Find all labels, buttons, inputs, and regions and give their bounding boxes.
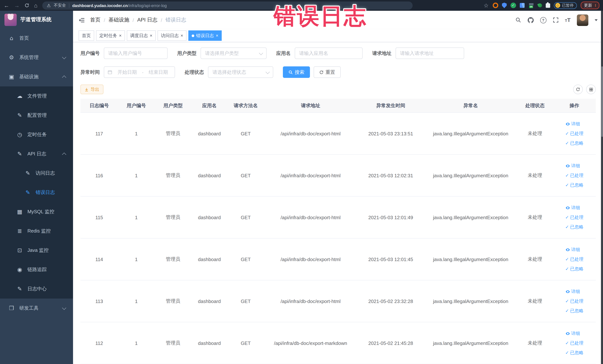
close-icon[interactable]: ×: [216, 33, 218, 38]
close-icon[interactable]: ×: [119, 33, 122, 38]
export-button[interactable]: 导出: [81, 84, 104, 94]
forward-button[interactable]: →: [14, 3, 20, 8]
breadcrumb-item[interactable]: 基础设施: [108, 17, 129, 23]
scrollbar[interactable]: [601, 11, 603, 364]
reload-button[interactable]: [24, 3, 29, 8]
date-range-picker[interactable]: -: [104, 66, 175, 78]
close-icon[interactable]: ×: [181, 33, 183, 38]
sidebar-item-log-center[interactable]: ✎日志中心: [0, 279, 73, 299]
font-size-icon[interactable]: TT: [565, 17, 570, 23]
scrollbar-thumb[interactable]: [601, 66, 603, 137]
start-date-input[interactable]: [114, 69, 140, 75]
action-label: 已处理: [570, 340, 583, 346]
action-已处理[interactable]: ✓已处理: [565, 214, 583, 221]
reset-button[interactable]: 重置: [314, 66, 341, 78]
refresh-button[interactable]: [573, 84, 583, 94]
action-已忽略[interactable]: ✓已忽略: [565, 224, 583, 230]
sidebar-item-system-mgmt[interactable]: ⚙系统管理: [0, 48, 73, 67]
action-已处理[interactable]: ✓已处理: [565, 172, 583, 178]
eye-icon: [565, 163, 570, 168]
annotation-overlay: 错误日志: [274, 1, 367, 32]
fullscreen-icon[interactable]: [553, 17, 558, 23]
action-已处理[interactable]: ✓已处理: [565, 130, 583, 137]
tab-访问日志[interactable]: 访问日志×: [158, 30, 186, 41]
tab-label: 访问日志: [161, 33, 179, 39]
bookmark-star-icon[interactable]: ☆: [483, 3, 489, 8]
action-已忽略[interactable]: ✓已忽略: [565, 350, 583, 356]
extension-grid-icon[interactable]: [520, 3, 524, 8]
search-icon[interactable]: [515, 17, 521, 23]
sidebar-item-config-mgmt[interactable]: ✎配置管理: [0, 106, 73, 125]
tab-错误日志[interactable]: 错误日志×: [188, 30, 222, 41]
user-type-select[interactable]: [201, 47, 267, 59]
extensions-puzzle-icon[interactable]: [545, 3, 550, 8]
url-text[interactable]: dashboard.yudao.iocoder.cn/infra/log/api…: [72, 3, 167, 8]
search-button[interactable]: 搜索: [283, 66, 310, 78]
sidebar-item-dev-tools[interactable]: ❒研发工具: [0, 299, 73, 318]
request-url-input[interactable]: [395, 47, 464, 59]
extension-orange-icon[interactable]: [493, 3, 498, 8]
action-详细[interactable]: 详细: [565, 288, 580, 295]
breadcrumb-item[interactable]: API 日志: [137, 17, 158, 23]
extension-check-icon[interactable]: ✓: [510, 3, 516, 8]
action-详细[interactable]: 详细: [565, 163, 580, 169]
sidebar-item-access-log[interactable]: ✎访问日志: [0, 164, 73, 183]
sidebar-item-api-log[interactable]: ✎API 日志: [0, 144, 73, 164]
sidebar-item-infrastructure[interactable]: ▣基础设施: [0, 67, 73, 86]
chevron-down-icon[interactable]: [595, 19, 598, 21]
tab-调度日志[interactable]: 调度日志×: [127, 30, 156, 41]
sidebar: 芋道管理系统 ⌂首页⚙系统管理▣基础设施☁文件管理✎配置管理◷定时任务✎API …: [0, 11, 73, 364]
sidebar-item-mysql-monitor[interactable]: ▦MySQL 监控: [0, 202, 73, 221]
breadcrumb-separator: /: [104, 17, 105, 23]
github-icon[interactable]: [527, 17, 534, 23]
action-label: 已处理: [570, 256, 583, 262]
update-button[interactable]: 更新 ⁝: [580, 1, 600, 9]
column-settings-button[interactable]: [586, 84, 596, 94]
home-button[interactable]: ⌂: [34, 3, 37, 8]
tab-定时任务[interactable]: 定时任务×: [96, 30, 125, 41]
user-id-input[interactable]: [104, 47, 168, 59]
action-已忽略[interactable]: ✓已忽略: [565, 140, 583, 146]
help-icon[interactable]: ?: [540, 17, 546, 23]
action-详细[interactable]: 详细: [565, 205, 580, 211]
app-name-input[interactable]: [295, 47, 363, 59]
action-已处理[interactable]: ✓已处理: [565, 298, 583, 304]
tab-首页[interactable]: 首页: [79, 30, 94, 41]
table-cell: 未处理: [517, 154, 553, 196]
action-详细[interactable]: 详细: [565, 330, 580, 337]
column-header: 应用名: [191, 99, 227, 113]
table-cell: 2021-05-03 12:02:31: [357, 154, 424, 196]
app-logo[interactable]: 芋道管理系统: [0, 11, 73, 29]
extension-shield-icon[interactable]: [502, 3, 507, 8]
action-已处理[interactable]: ✓已处理: [565, 256, 583, 262]
security-label[interactable]: 不安全: [54, 3, 66, 8]
check-icon: ✓: [565, 141, 569, 146]
back-button[interactable]: ←: [4, 3, 9, 8]
action-详细[interactable]: 详细: [565, 121, 580, 127]
check-icon: ✓: [565, 215, 569, 220]
sidebar-fold-icon[interactable]: [79, 17, 85, 23]
end-date-input[interactable]: [145, 69, 171, 75]
close-icon[interactable]: ×: [150, 33, 152, 38]
breadcrumb-item[interactable]: 首页: [90, 17, 101, 23]
user-avatar[interactable]: [577, 14, 588, 26]
action-详细[interactable]: 详细: [565, 247, 580, 253]
sidebar-item-java-monitor[interactable]: ⊡Java 监控: [0, 241, 73, 260]
sidebar-item-home[interactable]: ⌂首页: [0, 29, 73, 48]
action-已忽略[interactable]: ✓已忽略: [565, 308, 583, 314]
action-已忽略[interactable]: ✓已忽略: [565, 182, 583, 188]
action-已忽略[interactable]: ✓已忽略: [565, 266, 583, 272]
actions-cell: 详细✓已处理✓已忽略: [553, 113, 596, 154]
extension-on-icon[interactable]: on: [528, 2, 534, 8]
sidebar-item-error-log[interactable]: ✎错误日志: [0, 183, 73, 202]
sidebar-item-file-mgmt[interactable]: ☁文件管理: [0, 86, 73, 106]
sidebar-item-scheduled-jobs[interactable]: ◷定时任务: [0, 125, 73, 144]
table-cell: 2021-05-03 23:13:51: [357, 113, 424, 154]
kebab-menu-icon[interactable]: ⁝: [595, 3, 596, 7]
sidebar-item-trace[interactable]: ◉链路追踪: [0, 260, 73, 279]
profile-paused-badge[interactable]: ☺ 已暂停: [554, 2, 577, 9]
action-已处理[interactable]: ✓已处理: [565, 340, 583, 346]
extension-leaf-icon[interactable]: [537, 3, 542, 8]
sidebar-item-redis-monitor[interactable]: ≣Redis 监控: [0, 221, 73, 241]
process-status-select[interactable]: [208, 66, 273, 78]
